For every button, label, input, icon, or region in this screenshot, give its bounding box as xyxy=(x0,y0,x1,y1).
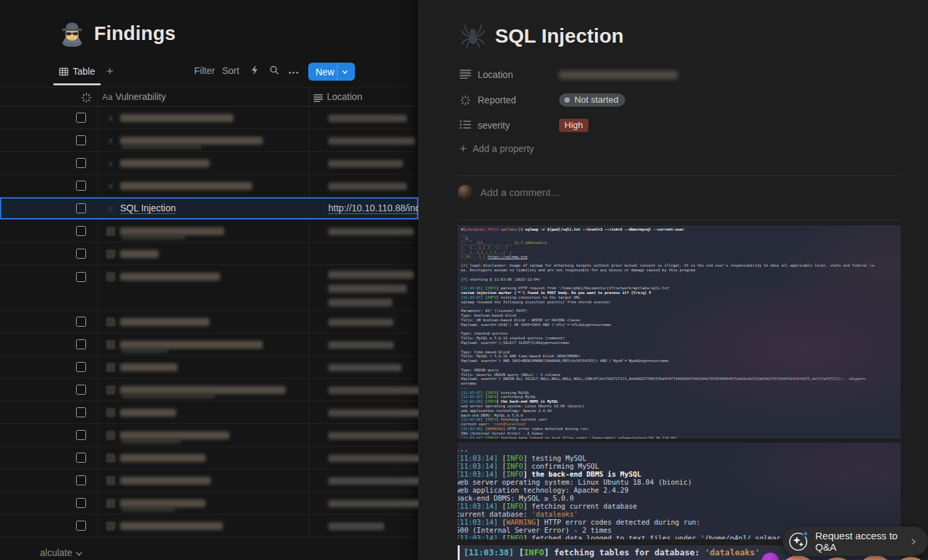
status-property-icon[interactable] xyxy=(81,92,92,103)
peek-page-title[interactable]: SQL Injection xyxy=(460,23,624,49)
row-checkbox[interactable] xyxy=(76,135,86,145)
column-header-vulnerability[interactable]: Vulnerability xyxy=(115,91,166,102)
row-checkbox[interactable] xyxy=(76,113,86,123)
table-row[interactable] xyxy=(0,424,418,447)
row-checkbox[interactable] xyxy=(76,226,86,236)
row-location-url[interactable]: http://10.10.110.88/ind xyxy=(328,197,418,219)
row-checkbox[interactable] xyxy=(76,407,86,417)
filter-button[interactable]: Filter xyxy=(194,65,215,76)
table-row[interactable] xyxy=(0,492,418,515)
row-checkbox[interactable] xyxy=(76,203,86,213)
redacted-location-value[interactable] xyxy=(559,71,678,79)
search-icon[interactable] xyxy=(269,65,280,75)
redacted-row-location xyxy=(328,455,418,462)
row-checkbox[interactable] xyxy=(76,158,86,168)
table-row[interactable] xyxy=(0,515,418,537)
table-row[interactable] xyxy=(0,107,418,129)
app-window: Findings Table + Filter Sort xyxy=(0,0,928,560)
redacted-row-location xyxy=(328,432,418,439)
spider-icon xyxy=(106,204,115,213)
divider xyxy=(458,220,901,221)
page-icon xyxy=(106,431,115,440)
page-icon xyxy=(106,453,115,463)
add-property-button[interactable]: + Add a property xyxy=(460,143,534,154)
row-checkbox[interactable] xyxy=(76,521,86,531)
row-checkbox[interactable] xyxy=(76,430,86,440)
table-row-selected[interactable]: SQL Injectionhttp://10.10.110.88/ind xyxy=(0,197,418,220)
table-row[interactable] xyxy=(0,469,418,492)
status-text: Not started xyxy=(574,95,618,105)
redacted-row-location xyxy=(328,183,407,190)
property-row-reported[interactable]: Reported Not started xyxy=(460,92,625,108)
property-row-location[interactable]: Location xyxy=(460,67,678,83)
row-checkbox[interactable] xyxy=(76,385,86,395)
table-row[interactable] xyxy=(0,220,418,243)
property-label: Location xyxy=(478,69,559,80)
redacted-row-title xyxy=(120,409,176,417)
column-header-location[interactable]: Location xyxy=(327,91,362,102)
title-property-icon: Aa xyxy=(102,93,113,102)
row-title[interactable]: SQL Injection xyxy=(120,197,176,219)
redacted-row-title xyxy=(120,454,205,462)
table-row[interactable] xyxy=(0,152,418,175)
notification-dot xyxy=(803,531,809,537)
detective-emoji-icon xyxy=(59,20,85,47)
row-checkbox[interactable] xyxy=(76,317,86,327)
redacted-row-location xyxy=(328,299,392,307)
tab-table-view[interactable]: Table xyxy=(59,63,95,80)
table-row[interactable] xyxy=(0,379,418,401)
row-checkbox[interactable] xyxy=(76,362,86,372)
page-icon xyxy=(106,317,115,327)
sort-button[interactable]: Sort xyxy=(222,65,240,76)
request-access-qa-button[interactable]: Request access to Q&A xyxy=(783,527,928,556)
property-row-severity[interactable]: severity High xyxy=(460,117,588,133)
redacted-row-title xyxy=(120,386,286,394)
page-icon xyxy=(106,340,115,349)
table-row[interactable] xyxy=(0,175,418,197)
table-row[interactable] xyxy=(0,333,418,356)
severity-tag-high[interactable]: High xyxy=(559,119,588,132)
row-checkbox[interactable] xyxy=(76,475,86,485)
row-checkbox[interactable] xyxy=(76,498,86,508)
new-button-divider xyxy=(337,63,338,81)
automations-icon[interactable] xyxy=(250,65,260,75)
more-options-icon[interactable] xyxy=(288,67,299,77)
row-checkbox[interactable] xyxy=(76,453,86,463)
table-row[interactable] xyxy=(0,401,418,424)
redacted-row-location xyxy=(328,341,394,349)
sqlmap-screenshot-1[interactable]: #[p4p1@p4p1_XPS15 aptlabs/]$ sqlmap -r $… xyxy=(458,225,901,439)
redacted-row-location xyxy=(328,271,414,279)
divider xyxy=(458,175,901,176)
redacted-row-subtitle xyxy=(121,235,185,239)
sqlmap-screenshot-2[interactable]: ---[11:03:14] [INFO] testing MySQL[11:03… xyxy=(458,443,901,539)
view-toolbar: Table + Filter Sort New xyxy=(0,63,418,81)
plus-icon: + xyxy=(460,143,467,154)
redacted-row-subtitle xyxy=(121,394,215,398)
row-checkbox[interactable] xyxy=(76,339,86,349)
redacted-row-location xyxy=(328,115,407,122)
table-row[interactable] xyxy=(0,447,418,469)
table-row[interactable] xyxy=(0,311,418,333)
database-title[interactable]: Findings xyxy=(59,20,175,47)
page-icon xyxy=(106,385,115,395)
status-badge-not-started[interactable]: Not started xyxy=(559,93,625,107)
comment-composer[interactable]: Add a comment… xyxy=(458,185,560,200)
add-property-label: Add a property xyxy=(473,143,534,154)
table-row[interactable] xyxy=(0,356,418,379)
redacted-row-title xyxy=(120,341,263,349)
findings-database-pane: Findings Table + Filter Sort xyxy=(0,0,418,560)
row-checkbox[interactable] xyxy=(76,272,86,282)
table-row[interactable] xyxy=(0,265,418,311)
redacted-row-location xyxy=(328,319,394,326)
table-header: Aa Vulnerability Location xyxy=(0,87,418,107)
table-row[interactable] xyxy=(0,243,418,265)
page-icon xyxy=(106,272,115,281)
add-view-button[interactable]: + xyxy=(106,64,113,79)
table-row[interactable] xyxy=(0,129,418,152)
new-button[interactable]: New xyxy=(308,63,355,81)
redacted-row-location xyxy=(328,409,418,417)
calculate-button[interactable]: alculate xyxy=(40,547,83,558)
row-checkbox[interactable] xyxy=(76,181,86,191)
chevron-down-icon xyxy=(75,550,83,557)
row-checkbox[interactable] xyxy=(76,249,86,259)
